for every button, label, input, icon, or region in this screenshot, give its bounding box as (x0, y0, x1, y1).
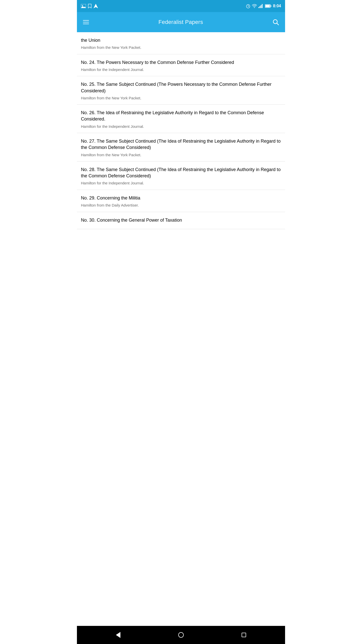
alarm-icon (246, 4, 250, 8)
time-display: 8:04 (273, 4, 281, 8)
home-button[interactable] (176, 630, 186, 640)
status-bar: 8:04 (77, 0, 285, 12)
list-item[interactable]: No. 29. Concerning the MilitiaHamilton f… (77, 190, 285, 212)
gallery-icon (81, 4, 86, 8)
svg-point-7 (254, 7, 255, 8)
item-title: No. 26. The Idea of Restraining the Legi… (81, 110, 281, 122)
app-title: Federalist Papers (158, 19, 203, 25)
recent-icon (242, 633, 246, 637)
svg-rect-8 (258, 7, 259, 8)
item-title: No. 28. The Same Subject Continued (The … (81, 167, 281, 179)
item-subtitle: Hamilton from the Daily Advertiser. (81, 203, 281, 208)
menu-button[interactable] (81, 18, 91, 26)
list-item[interactable]: No. 26. The Idea of Restraining the Legi… (77, 105, 285, 133)
search-icon (273, 19, 279, 25)
back-button[interactable] (113, 629, 123, 640)
svg-line-16 (277, 23, 279, 25)
recent-button[interactable] (239, 630, 249, 640)
bottom-nav (77, 626, 285, 644)
item-subtitle: Hamilton from the New York Packet. (81, 45, 281, 50)
item-subtitle: Hamilton from the New York Packet. (81, 96, 281, 101)
app-bar: Federalist Papers (77, 12, 285, 32)
svg-rect-9 (259, 6, 260, 8)
status-bar-left (81, 4, 98, 8)
list-item[interactable]: No. 30. Concerning the General Power of … (77, 212, 285, 229)
item-title: No. 30. Concerning the General Power of … (81, 217, 281, 223)
item-subtitle: Hamilton for the Independent Journal. (81, 124, 281, 129)
item-title: the Union (81, 37, 281, 44)
search-button[interactable] (270, 17, 281, 27)
svg-rect-11 (262, 4, 262, 8)
svg-rect-10 (261, 5, 261, 8)
list-item[interactable]: No. 28. The Same Subject Continued (The … (77, 162, 285, 190)
svg-rect-14 (265, 5, 270, 7)
back-icon (116, 632, 120, 638)
wifi-icon (252, 4, 257, 8)
home-icon (178, 632, 184, 638)
item-subtitle: Hamilton for the Independent Journal. (81, 181, 281, 186)
list-item[interactable]: No. 27. The Same Subject Continued (The … (77, 133, 285, 162)
svg-marker-3 (94, 4, 98, 8)
list-item[interactable]: the UnionHamilton from the New York Pack… (77, 32, 285, 54)
svg-point-1 (82, 5, 83, 6)
svg-rect-13 (270, 5, 271, 7)
list-item[interactable]: No. 25. The Same Subject Continued (The … (77, 76, 285, 105)
list-container: the UnionHamilton from the New York Pack… (77, 32, 285, 626)
bookmark-icon (88, 4, 92, 8)
status-bar-right: 8:04 (246, 4, 281, 8)
battery-icon (265, 4, 272, 8)
item-title: No. 27. The Same Subject Continued (The … (81, 138, 281, 151)
item-subtitle: Hamilton for the Independent Journal. (81, 67, 281, 72)
navigation-icon (94, 4, 98, 8)
item-title: No. 24. The Powers Necessary to the Comm… (81, 59, 281, 66)
signal-icon (258, 4, 263, 8)
item-title: No. 25. The Same Subject Continued (The … (81, 81, 281, 94)
list-item[interactable]: No. 24. The Powers Necessary to the Comm… (77, 54, 285, 76)
hamburger-icon (83, 20, 89, 24)
svg-marker-2 (81, 6, 86, 8)
item-title: No. 29. Concerning the Militia (81, 195, 281, 201)
item-subtitle: Hamilton from the New York Packet. (81, 152, 281, 157)
